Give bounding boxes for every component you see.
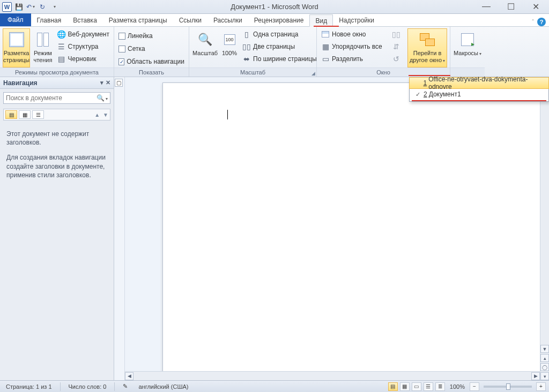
navigation-pane: Навигация ▾✕ 🔍▾ ▤ ▦ ☰ ▲▼ Этот документ н… — [0, 77, 114, 380]
tab-addins[interactable]: Надстройки — [333, 14, 380, 26]
document-area: ▢ ▲ ▼ ▴ ◯ ▾ ◀ ▶ — [114, 77, 549, 380]
macros-button[interactable]: Макросы▾ — [453, 28, 482, 67]
vertical-ruler: ▢ — [114, 77, 125, 380]
nav-dropdown-icon[interactable]: ▾ — [100, 79, 103, 86]
nav-tab-bar: ▤ ▦ ☰ ▲▼ — [3, 109, 110, 120]
zoom-button[interactable]: 🔍 Масштаб — [192, 28, 218, 67]
side-by-side-icon: ▯▯ — [392, 30, 400, 39]
status-word-count[interactable]: Число слов: 0 — [66, 383, 109, 390]
view-outline-button[interactable]: ☰Структура — [56, 41, 111, 52]
view-draft-button[interactable]: ▤Черновик — [56, 53, 111, 65]
arrange-all-icon: ▦ — [321, 42, 330, 51]
switch-windows-button[interactable]: Перейти вдругое окно▾ — [407, 28, 447, 67]
checkmark-icon: ✓ — [412, 91, 424, 98]
one-page-icon: ▯ — [242, 30, 251, 39]
tab-file[interactable]: Файл — [0, 13, 31, 26]
status-view-outline[interactable]: ☰ — [424, 382, 433, 391]
next-page-button[interactable]: ▾ — [540, 372, 549, 380]
tab-insert[interactable]: Вставка — [67, 14, 103, 26]
outline-icon: ☰ — [57, 42, 66, 51]
maximize-button[interactable]: ☐ — [504, 2, 518, 12]
zoom-slider[interactable] — [484, 386, 532, 388]
checkbox-gridlines[interactable]: Сетка — [117, 43, 186, 55]
tab-references[interactable]: Ссылки — [173, 14, 207, 26]
option-label: Office-ne-otryvaet-dva-dokymenta-odnovre — [428, 76, 548, 91]
prev-page-button[interactable]: ▴ — [540, 354, 549, 362]
vertical-scrollbar[interactable]: ▲ ▼ ▴ ◯ ▾ — [540, 77, 549, 380]
macros-icon — [461, 33, 474, 46]
reading-mode-icon — [37, 33, 49, 47]
reset-window-icon: ↺ — [392, 55, 400, 63]
zoom-out-button[interactable]: − — [470, 382, 479, 391]
zoom-100-button[interactable]: 100 100% — [220, 28, 239, 67]
view-web-button[interactable]: 🌐Веб-документ — [56, 28, 111, 40]
nav-tab-results[interactable]: ☰ — [32, 110, 44, 119]
undo-icon[interactable]: ↶▾ — [26, 2, 35, 12]
window-title: Документ1 - Microsoft Word — [231, 3, 318, 11]
draft-icon: ▤ — [57, 55, 66, 63]
split-icon: ▭ — [321, 55, 330, 63]
one-page-button[interactable]: ▯Одна страница — [241, 28, 318, 40]
scroll-right-button[interactable]: ▶ — [531, 372, 540, 380]
nav-close-icon[interactable]: ✕ — [106, 79, 110, 86]
sync-scroll-button[interactable]: ⇵ — [390, 41, 402, 52]
zoom-level[interactable]: 100% — [447, 383, 468, 390]
reset-position-button[interactable]: ↺ — [390, 53, 402, 65]
ruler-toggle-button[interactable]: ▢ — [115, 79, 123, 87]
group-label-show: Показать — [114, 67, 189, 77]
status-page[interactable]: Страница: 1 из 1 — [3, 383, 55, 390]
document-viewport[interactable]: ▲ ▼ ▴ ◯ ▾ ◀ ▶ — [125, 77, 549, 380]
arrange-all-button[interactable]: ▦Упорядочить все — [320, 41, 384, 52]
checkbox-ruler[interactable]: Линейка — [117, 30, 186, 42]
minimize-ribbon-icon[interactable]: ˆ — [532, 19, 534, 25]
nav-tab-pages[interactable]: ▦ — [19, 110, 31, 119]
nav-search-input[interactable]: 🔍▾ — [3, 92, 110, 104]
ribbon-tabs: Файл Главная Вставка Разметка страницы С… — [0, 14, 549, 27]
save-icon[interactable]: 💾 — [14, 2, 24, 12]
minimize-button[interactable]: — — [479, 2, 493, 12]
zoom-thumb[interactable] — [506, 383, 510, 390]
scroll-down-button[interactable]: ▼ — [540, 345, 549, 353]
status-view-draft[interactable]: ≣ — [435, 382, 445, 391]
tab-home[interactable]: Главная — [31, 14, 68, 26]
scroll-left-button[interactable]: ◀ — [125, 372, 133, 380]
group-label-views: Режимы просмотра документа — [0, 67, 114, 77]
dialog-launcher-icon[interactable]: ◢ — [311, 71, 315, 76]
page-width-icon: ⬌ — [242, 55, 251, 63]
close-button[interactable]: ✕ — [529, 2, 543, 12]
search-icon[interactable]: 🔍▾ — [97, 94, 108, 102]
nav-next-icon[interactable]: ▼ — [103, 112, 108, 118]
status-view-web[interactable]: ▭ — [412, 382, 421, 391]
horizontal-scrollbar[interactable]: ◀ ▶ — [125, 371, 540, 380]
help-icon[interactable]: ? — [537, 18, 546, 26]
view-side-by-side-button[interactable]: ▯▯ — [390, 28, 402, 40]
switch-window-option-1[interactable]: 1 Office-ne-otryvaet-dva-dokymenta-odnov… — [409, 77, 549, 89]
tab-review[interactable]: Рецензирование — [248, 14, 310, 26]
page[interactable] — [162, 82, 549, 380]
status-view-print[interactable]: ▤ — [388, 382, 398, 391]
checkbox-nav-pane[interactable]: ✓Область навигации — [117, 56, 186, 67]
active-tab-highlight — [314, 26, 339, 27]
redo-icon[interactable]: ↻ — [38, 2, 47, 12]
nav-prev-icon[interactable]: ▲ — [94, 112, 100, 118]
two-pages-button[interactable]: ▯▯Две страницы — [241, 41, 318, 52]
page-width-button[interactable]: ⬌По ширине страницы — [241, 53, 318, 65]
zoom-in-button[interactable]: + — [536, 382, 546, 391]
new-window-button[interactable]: Новое окно — [320, 28, 384, 40]
web-layout-icon: 🌐 — [57, 30, 66, 39]
title-bar: W 💾 ↶▾ ↻ ▾ Документ1 - Microsoft Word — … — [0, 0, 549, 14]
annotation-highlight — [412, 100, 546, 101]
search-field[interactable] — [6, 94, 97, 102]
tab-view[interactable]: Вид — [309, 14, 333, 27]
tab-mailings[interactable]: Рассылки — [207, 14, 248, 26]
qat-customize-icon[interactable]: ▾ — [49, 2, 59, 12]
tab-page-layout[interactable]: Разметка страницы — [103, 14, 173, 26]
view-reading-button[interactable]: Режим чтения — [32, 28, 53, 67]
status-proofing-icon[interactable]: ✎ — [120, 383, 130, 390]
nav-tab-headings[interactable]: ▤ — [5, 110, 17, 119]
browse-object-button[interactable]: ◯ — [540, 363, 549, 371]
status-language[interactable]: английский (США) — [136, 383, 191, 390]
status-view-reading[interactable]: ▦ — [400, 382, 410, 391]
view-print-layout-button[interactable]: Разметка страницы — [3, 28, 30, 67]
split-button[interactable]: ▭Разделить — [320, 53, 384, 65]
